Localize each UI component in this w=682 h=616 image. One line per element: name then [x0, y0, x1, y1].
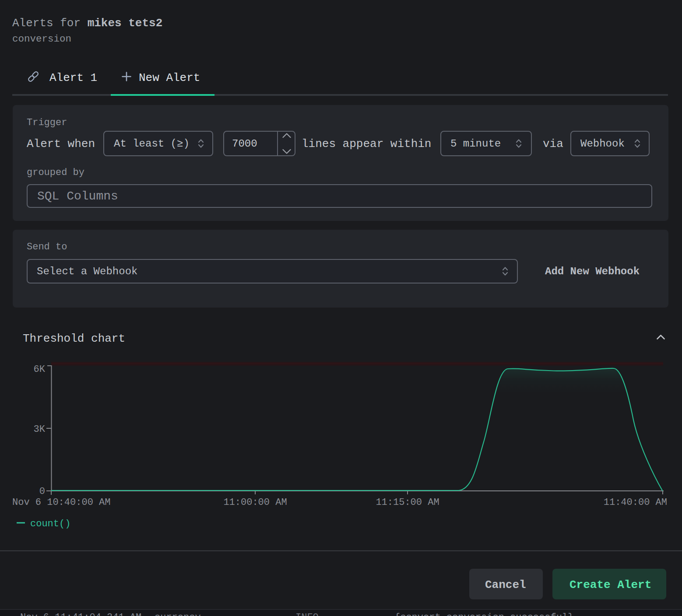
svg-text:Nov 6 10:40:00 AM: Nov 6 10:40:00 AM: [12, 497, 110, 508]
svg-text:11:40:00 AM: 11:40:00 AM: [604, 497, 667, 508]
svg-text:11:15:00 AM: 11:15:00 AM: [376, 497, 439, 508]
svg-text:0: 0: [39, 486, 45, 497]
svg-text:11:00:00 AM: 11:00:00 AM: [223, 497, 287, 508]
svg-text:3K: 3K: [34, 424, 46, 435]
svg-text:count(): count(): [30, 518, 70, 529]
svg-text:6K: 6K: [34, 364, 46, 375]
